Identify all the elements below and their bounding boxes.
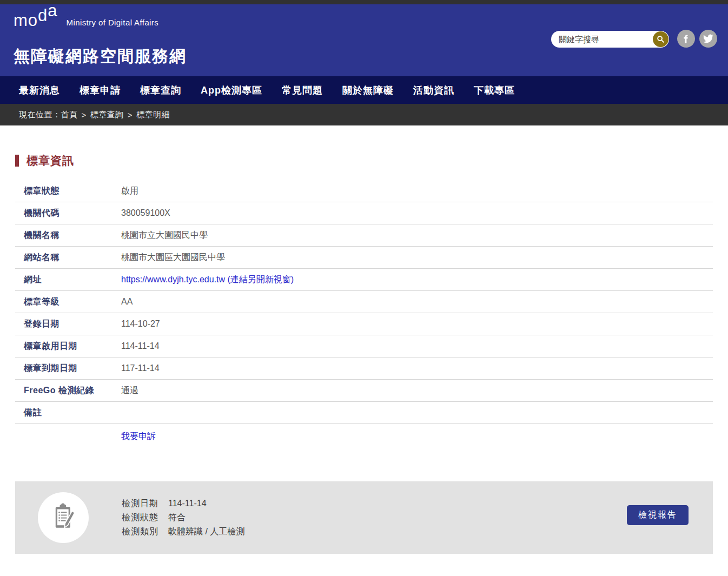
row-value: 桃園市立大園國民中學 [121, 230, 208, 241]
table-row-org-name: 機關名稱 桃園市立大園國民中學 [15, 224, 713, 247]
breadcrumb-prefix: 現在位置： [19, 110, 61, 120]
row-value: 通過 [121, 385, 138, 396]
row-value: 117-11-14 [121, 363, 160, 374]
moda-logo-letters: moda [14, 12, 58, 29]
table-row-badge-status: 標章狀態 啟用 [15, 180, 713, 202]
row-label: 登錄日期 [24, 319, 121, 329]
top-strip [0, 0, 728, 4]
row-value: https://www.dyjh.tyc.edu.tw (連結另開新視窗) [121, 274, 294, 285]
row-label: 標章到期日期 [24, 363, 121, 374]
row-label: 機關名稱 [24, 230, 121, 241]
table-row-appeal: 我要申訴 [15, 424, 713, 447]
report-label: 檢測類別 [122, 525, 158, 539]
nav-item-badge-apply[interactable]: 標章申請 [70, 84, 130, 97]
table-row-url: 網址 https://www.dyjh.tyc.edu.tw (連結另開新視窗) [15, 269, 713, 291]
breadcrumb-separator: > [82, 110, 87, 120]
website-link[interactable]: https://www.dyjh.tyc.edu.tw [121, 275, 225, 284]
row-value: 114-10-27 [121, 319, 160, 329]
table-row-enable-date: 標章啟用日期 114-11-14 [15, 335, 713, 357]
report-row-category: 檢測類別 軟體辨識 / 人工檢測 [122, 525, 244, 539]
page-title: 標章資訊 [27, 153, 74, 168]
row-label: 標章狀態 [24, 186, 121, 196]
row-value: 我要申訴 [121, 431, 156, 442]
row-label: 網站名稱 [24, 252, 121, 263]
ministry-name: Ministry of Digital Affairs [67, 18, 159, 29]
site-title[interactable]: 無障礙網路空間服務網 [14, 45, 187, 68]
breadcrumb-home[interactable]: 首頁 [61, 110, 78, 120]
row-label: 網址 [24, 274, 121, 285]
badge-info-table: 標章狀態 啟用 機關代碼 380059100X 機關名稱 桃園市立大園國民中學 … [15, 180, 713, 447]
row-label [24, 431, 121, 442]
nav-item-events[interactable]: 活動資訊 [403, 84, 464, 97]
view-report-button[interactable]: 檢視報告 [627, 505, 689, 525]
breadcrumb-current: 標章明細 [136, 110, 170, 120]
nav-item-badge-search[interactable]: 標章查詢 [130, 84, 191, 97]
table-row-register-date: 登錄日期 114-10-27 [15, 313, 713, 335]
row-value: 380059100X [121, 208, 170, 219]
report-label: 檢測日期 [122, 496, 158, 511]
site-header: moda Ministry of Digital Affairs 無障礙網路空間… [0, 4, 728, 76]
appeal-link[interactable]: 我要申訴 [121, 432, 156, 441]
report-value: 軟體辨識 / 人工檢測 [168, 525, 244, 539]
row-label: 備註 [24, 407, 121, 418]
main-content: 標章資訊 標章狀態 啟用 機關代碼 380059100X 機關名稱 桃園市立大園… [0, 154, 728, 554]
report-label: 檢測狀態 [122, 511, 158, 525]
nav-item-faq[interactable]: 常見問題 [272, 84, 333, 97]
row-value: 114-11-14 [121, 341, 160, 352]
report-value: 114-11-14 [168, 496, 207, 511]
breadcrumb-badge-search[interactable]: 標章查詢 [90, 110, 124, 120]
search-input[interactable] [559, 35, 653, 44]
clipboard-pen-icon [47, 501, 80, 534]
facebook-icon [680, 33, 692, 45]
row-label: FreeGo 檢測紀錄 [24, 385, 121, 396]
report-details: 檢測日期 114-11-14 檢測狀態 符合 檢測類別 軟體辨識 / 人工檢測 [122, 496, 244, 539]
breadcrumb-separator: > [128, 110, 133, 120]
table-row-freego-record: FreeGo 檢測紀錄 通過 [15, 380, 713, 402]
report-row-date: 檢測日期 114-11-14 [122, 496, 244, 511]
row-label: 機關代碼 [24, 208, 121, 219]
main-nav: 最新消息 標章申請 標章查詢 App檢測專區 常見問題 關於無障礙 活動資訊 下… [0, 76, 728, 104]
row-value: 啟用 [121, 186, 138, 196]
breadcrumb: 現在位置： 首頁 > 標章查詢 > 標章明細 [0, 104, 728, 125]
report-icon-circle [38, 492, 89, 543]
facebook-button[interactable] [677, 30, 695, 48]
table-row-site-name: 網站名稱 桃園市大園區大園國民中學 [15, 247, 713, 269]
table-row-org-code: 機關代碼 380059100X [15, 202, 713, 224]
table-row-badge-level: 標章等級 AA [15, 291, 713, 313]
nav-item-downloads[interactable]: 下載專區 [464, 84, 525, 97]
nav-item-news[interactable]: 最新消息 [9, 84, 70, 97]
row-value: AA [121, 296, 133, 307]
inspection-report-panel: 檢測日期 114-11-14 檢測狀態 符合 檢測類別 軟體辨識 / 人工檢測 … [15, 481, 713, 554]
new-window-note: (連結另開新視窗) [225, 275, 294, 284]
moda-logo[interactable]: moda Ministry of Digital Affairs [14, 12, 158, 29]
row-value: 桃園市大園區大園國民中學 [121, 252, 225, 263]
table-row-expire-date: 標章到期日期 117-11-14 [15, 357, 713, 380]
nav-item-about[interactable]: 關於無障礙 [333, 84, 403, 97]
nav-item-app-testing[interactable]: App檢測專區 [191, 84, 272, 97]
table-row-remarks: 備註 [15, 402, 713, 424]
section-header: 標章資訊 [15, 154, 713, 168]
report-row-status: 檢測狀態 符合 [122, 511, 244, 525]
magnifier-icon [656, 35, 665, 44]
row-label: 標章等級 [24, 296, 121, 307]
section-accent-bar [15, 155, 19, 167]
search-box [551, 31, 669, 48]
twitter-icon [703, 34, 713, 44]
report-value: 符合 [168, 511, 186, 525]
row-label: 標章啟用日期 [24, 341, 121, 352]
search-button[interactable] [653, 31, 669, 47]
twitter-button[interactable] [699, 30, 717, 48]
